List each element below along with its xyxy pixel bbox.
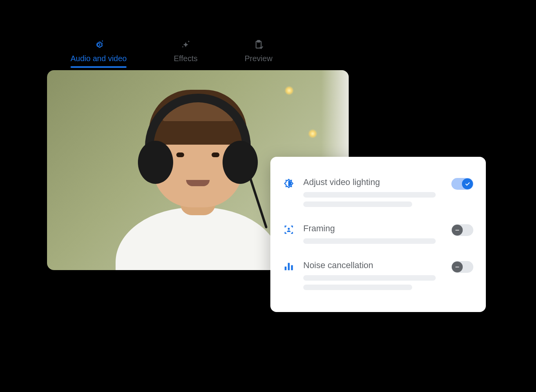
settings-panel: Adjust video lighting Framing xyxy=(270,157,486,312)
participant-self-view xyxy=(112,90,284,270)
toggle-noise-cancellation[interactable] xyxy=(451,261,473,273)
svg-rect-3 xyxy=(455,230,459,230)
tab-label: Effects xyxy=(174,54,197,63)
toggle-adjust-lighting[interactable] xyxy=(451,178,473,190)
skeleton-line xyxy=(303,285,412,290)
gear-sparkle-icon xyxy=(93,39,104,50)
setting-title: Adjust video lighting xyxy=(303,177,443,187)
equalizer-icon xyxy=(283,261,295,272)
svg-point-2 xyxy=(288,228,290,230)
toggle-framing[interactable] xyxy=(451,224,473,236)
skeleton-line xyxy=(303,275,436,281)
tab-preview[interactable]: Preview xyxy=(244,39,272,67)
setting-title: Framing xyxy=(303,223,443,234)
tab-audio-video[interactable]: Audio and video xyxy=(71,39,127,67)
frame-person-icon xyxy=(283,224,295,235)
tab-label: Audio and video xyxy=(71,54,127,63)
skeleton-line xyxy=(303,201,412,207)
setting-title: Noise cancellation xyxy=(303,260,443,270)
svg-rect-1 xyxy=(257,40,260,42)
tab-label: Preview xyxy=(244,54,272,63)
brightness-icon xyxy=(283,178,295,189)
skeleton-line xyxy=(303,238,436,244)
tab-effects[interactable]: Effects xyxy=(174,39,197,67)
skeleton-line xyxy=(303,192,436,198)
clipboard-check-icon xyxy=(253,39,264,50)
setting-adjust-lighting: Adjust video lighting xyxy=(281,171,475,217)
sparkle-icon xyxy=(180,39,191,50)
setting-framing: Framing xyxy=(281,217,475,254)
setting-noise-cancellation: Noise cancellation xyxy=(281,254,475,300)
tab-bar: Audio and video Effects Preview xyxy=(47,39,400,67)
svg-rect-6 xyxy=(291,265,293,270)
svg-rect-5 xyxy=(288,263,290,270)
svg-rect-4 xyxy=(285,267,287,270)
svg-rect-7 xyxy=(455,267,459,267)
